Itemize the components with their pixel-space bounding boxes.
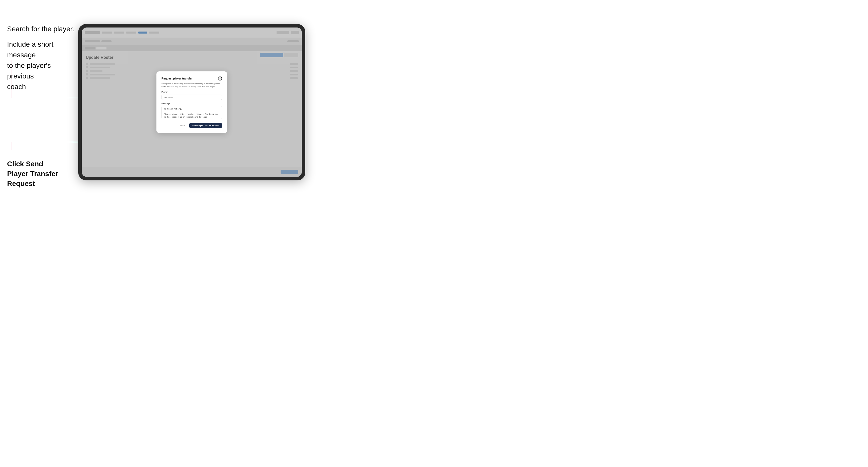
message-textarea[interactable] [161, 106, 222, 119]
player-input[interactable] [161, 95, 222, 100]
request-transfer-modal: Request player transfer × If the player … [156, 71, 227, 133]
modal-title: Request player transfer [161, 77, 192, 80]
arrow-line-vertical-top [11, 60, 12, 98]
modal-overlay: Request player transfer × If the player … [82, 28, 302, 177]
modal-footer: Cancel Send Player Transfer Request [161, 123, 222, 128]
arrow-line-vertical-bottom-start [11, 142, 12, 150]
modal-header: Request player transfer × [161, 76, 222, 81]
send-transfer-request-button[interactable]: Send Player Transfer Request [189, 123, 222, 128]
annotation-message-text: Include a short message to the player's … [7, 39, 73, 92]
modal-description: If the player is transferring from anoth… [161, 83, 222, 88]
tablet-screen: Update Roster [82, 28, 302, 177]
player-label: Player [161, 91, 222, 93]
annotation-click-text: Click Send Player Transfer Request [7, 159, 63, 189]
cancel-button[interactable]: Cancel [177, 123, 187, 128]
tablet-frame: Update Roster [78, 24, 305, 180]
modal-close-button[interactable]: × [218, 76, 222, 81]
message-label: Message [161, 102, 222, 105]
annotation-search-text: Search for the player. [7, 24, 74, 34]
